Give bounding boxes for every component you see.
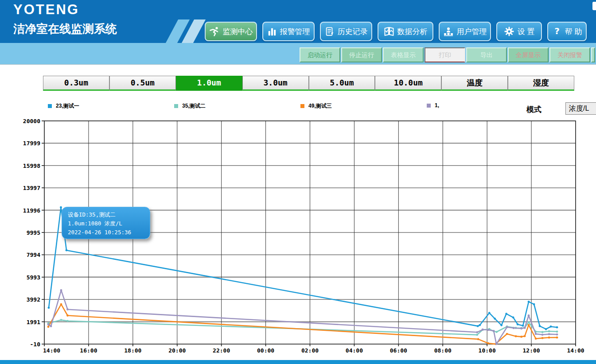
stop-run-button[interactable]: 停止运行 [341,47,382,62]
legend-swatch [48,104,52,108]
data-point [548,333,550,335]
data-point [66,249,68,252]
legend-item[interactable]: 1, [427,102,439,108]
particle-size-tabs: 0.3um 0.5um 1.0um 3.0um 5.0um 10.0um 温度 … [43,76,574,91]
data-point [556,326,558,329]
data-point [524,327,526,329]
nav-button-data-analysis[interactable]: 数据分析 [378,22,433,41]
tab-5-0um[interactable]: 5.0um [309,76,375,91]
tab-0-3um[interactable]: 0.3um [43,76,109,91]
table-view-button[interactable]: 表格显示 [383,47,424,62]
users-icon [443,26,454,37]
close-alarm-button[interactable]: 关闭报警 [549,47,590,62]
bar-chart-icon [267,27,277,36]
data-point [550,325,552,328]
brand-title: YOTENG [13,2,79,18]
data-point [488,312,491,314]
nav-button-settings[interactable]: 设 置 [496,22,542,41]
y-axis-label: 3992 [27,296,40,303]
tab-0-5um[interactable]: 0.5um [109,76,176,91]
nav-button-user-management[interactable]: 用户管理 [439,22,491,41]
app-subtitle: 洁净室在线监测系统 [13,21,117,37]
data-point [515,335,517,337]
data-point [66,320,69,322]
app-header: YOTENG 洁净室在线监测系统 监测中心 报警管理 [0,0,596,43]
data-point [487,329,489,331]
data-point [482,329,484,331]
data-point [60,303,62,306]
nav-label: 帮 助 [565,27,582,37]
y-axis-label: 9995 [27,229,40,236]
x-axis-label: 00:00 [257,347,274,354]
tooltip-time: 2022-04-26 10:25:36 [68,228,150,237]
print-button[interactable]: 打印 [425,47,465,62]
legend-label: 35,测试二 [182,102,206,110]
data-point [528,321,530,323]
tooltip-device: 设备ID:35,测试二 [68,210,150,219]
data-point [500,324,503,326]
y-axis-label: 1991 [27,319,40,325]
legend-swatch [174,104,178,108]
nav-button-alarm-management[interactable]: 报警管理 [262,22,315,41]
tab-1-0um[interactable]: 1.0um [176,76,242,91]
x-axis-label: 06:00 [390,347,407,354]
series-line [48,290,557,344]
nav-button-help[interactable]: ? 帮 助 [547,22,587,41]
series-2 [47,303,558,345]
y-axis-label: 7994 [27,252,40,258]
partial-button[interactable] [591,47,595,62]
legend-item[interactable]: 23,测试一 [48,102,79,110]
nav-button-monitor-center[interactable]: 监测中心 [205,22,257,41]
x-axis-label: 14:00 [43,347,60,354]
tab-10-0um[interactable]: 10.0um [375,76,441,91]
data-point [535,337,537,340]
data-point [548,330,550,333]
legend-item[interactable]: 49,测试三 [300,102,332,110]
data-point [513,327,515,329]
data-point [505,313,507,315]
data-point [60,206,62,209]
data-point [495,331,498,333]
export-button[interactable]: 导出 [466,47,507,62]
data-point [541,333,544,336]
nav-button-history[interactable]: 历史记录 [320,22,372,41]
x-axis-label: 04:00 [346,347,363,354]
nav-label: 用户管理 [457,27,487,37]
data-point [520,336,522,338]
data-point [506,326,508,328]
history-icon [325,27,335,36]
data-point [477,325,479,327]
x-axis-label: 12:00 [523,347,540,354]
data-point [495,343,498,345]
data-point [494,318,496,320]
data-point [533,303,535,306]
data-point [556,337,558,339]
tooltip-value: 1.0um:1080 浓度/L [68,219,150,228]
data-point [520,327,522,329]
tab-3-0um[interactable]: 3.0um [242,76,309,91]
runner-icon [209,26,220,37]
y-axis-label: 17999 [23,140,40,147]
data-point [512,316,514,318]
start-run-button[interactable]: 启动运行 [300,47,340,62]
data-point [528,324,530,326]
legend-item[interactable]: 35,测试二 [174,102,206,110]
legend-label: 23,测试一 [56,102,79,110]
fullscreen-button[interactable]: 全屏显示 [508,47,549,62]
data-point [66,308,69,310]
legend-swatch [427,104,431,108]
tab-temperature[interactable]: 温度 [441,76,508,91]
x-axis-label: 08:00 [434,347,452,354]
data-point [524,335,526,337]
tab-humidity[interactable]: 湿度 [508,76,574,91]
window-control-partial[interactable] [592,2,596,10]
data-point [47,323,50,325]
footer-bar [0,360,596,364]
data-point [556,333,558,336]
data-point [60,319,62,321]
data-point [522,325,524,327]
data-point [66,314,69,317]
nav-label: 数据分析 [397,27,428,37]
svg-text:?: ? [554,26,560,36]
data-point [476,331,478,333]
